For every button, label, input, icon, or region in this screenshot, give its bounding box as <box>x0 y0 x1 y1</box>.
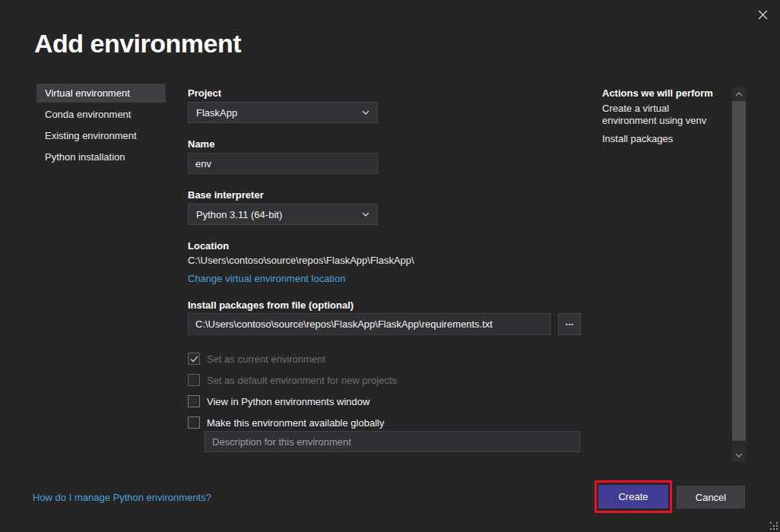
checkbox-label: Make this environment available globally <box>207 417 384 429</box>
sidebar-item-existing-environment[interactable]: Existing environment <box>36 126 166 145</box>
install-packages-label: Install packages from file (optional) <box>188 299 354 311</box>
action-item: Create a virtual environment using venv <box>602 103 722 127</box>
scrollbar-thumb[interactable] <box>732 101 746 441</box>
manage-environments-help-link[interactable]: How do I manage Python environments? <box>33 492 211 503</box>
name-label: Name <box>188 138 214 150</box>
project-dropdown-value: FlaskApp <box>196 107 237 119</box>
checkbox-row[interactable]: Make this environment available globally <box>188 416 384 429</box>
environment-type-list: Virtual environment Conda environment Ex… <box>36 84 166 169</box>
checkbox-unchecked-icon[interactable] <box>188 395 200 407</box>
checkbox-label: Set as current environment <box>207 353 325 365</box>
close-icon[interactable] <box>754 6 771 23</box>
requirements-file-input[interactable] <box>188 313 551 335</box>
create-button-highlight: Create <box>595 480 672 513</box>
add-environment-dialog: Add environment Virtual environment Cond… <box>0 0 780 532</box>
checkbox-row: Set as current environment <box>188 352 325 366</box>
project-label: Project <box>188 87 221 99</box>
cancel-button[interactable]: Cancel <box>677 486 745 508</box>
description-input[interactable] <box>205 431 580 452</box>
actions-panel-title: Actions we will perform <box>602 87 722 100</box>
checkbox-unchecked-icon[interactable] <box>188 416 200 429</box>
checkbox-row[interactable]: View in Python environments window <box>188 394 369 408</box>
checkbox-row: Set as default environment for new proje… <box>188 373 397 387</box>
location-label: Location <box>188 240 229 252</box>
resize-grip[interactable] <box>769 521 779 531</box>
project-dropdown[interactable]: FlaskApp <box>188 102 378 123</box>
chevron-down-icon <box>362 212 369 217</box>
name-input[interactable] <box>188 153 378 174</box>
browse-button[interactable]: ... <box>558 313 581 335</box>
chevron-down-icon <box>362 110 369 115</box>
change-location-link[interactable]: Change virtual environment location <box>188 273 345 284</box>
base-interpreter-label: Base interpreter <box>188 189 264 201</box>
scroll-down-icon[interactable] <box>732 448 746 462</box>
sidebar-item-virtual-environment[interactable]: Virtual environment <box>36 84 166 103</box>
action-item: Install packages <box>602 133 722 145</box>
page-title: Add environment <box>34 29 241 59</box>
checkbox-label: Set as default environment for new proje… <box>207 375 397 386</box>
scrollbar[interactable] <box>732 87 746 462</box>
create-button[interactable]: Create <box>598 485 668 508</box>
actions-panel: Actions we will perform Create a virtual… <box>602 87 722 151</box>
checkbox-label: View in Python environments window <box>207 396 369 407</box>
base-interpreter-dropdown[interactable]: Python 3.11 (64-bit) <box>188 204 378 225</box>
base-interpreter-dropdown-value: Python 3.11 (64-bit) <box>196 209 282 220</box>
checkbox-checked-icon <box>188 353 200 365</box>
checkbox-unchecked-icon <box>188 374 200 386</box>
sidebar-item-python-installation[interactable]: Python installation <box>36 147 166 166</box>
sidebar-item-conda-environment[interactable]: Conda environment <box>36 105 166 124</box>
scroll-up-icon[interactable] <box>732 87 746 101</box>
location-path: C:\Users\contoso\source\repos\FlaskApp\F… <box>188 255 414 266</box>
